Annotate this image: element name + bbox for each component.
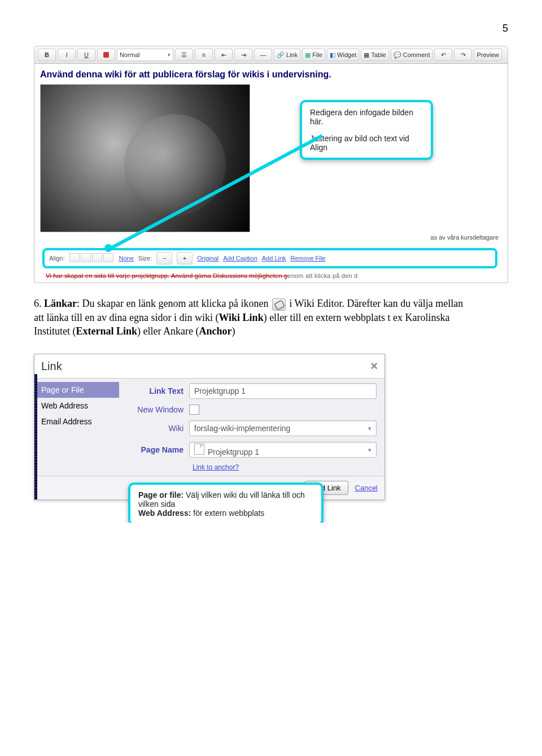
new-window-label: New Window [121,405,183,414]
ordered-list-button[interactable]: ☰ [175,49,193,61]
callout-text: Justering av bild och text vid Align [310,134,423,152]
wiki-label: Wiki [121,424,183,433]
background-text-fragment: Vi har skapat en sida till varje projekt… [40,271,502,283]
page-name-select[interactable]: Projektgrupp 1 [189,442,377,458]
page-name-label: Page Name [121,445,183,454]
align-none[interactable]: None [119,255,134,262]
table-button[interactable]: ▦ Table [361,49,388,61]
inserted-image[interactable] [40,84,250,232]
editor-toolbar: B I U Normal ☰ ≡ ⇤ ⇥ — 🔗 Link ▦ File ◧ W… [34,46,508,64]
add-caption-link[interactable]: Add Caption [223,255,257,262]
new-window-checkbox[interactable] [189,405,199,415]
sidebar-item-email-address[interactable]: Email Address [34,414,119,429]
callout-pointer-dot [104,244,112,252]
undo-button[interactable]: ↶ [434,49,452,61]
link-dialog: Link × Page or File Web Address Email Ad… [34,354,385,500]
underline-button[interactable]: U [77,49,95,61]
file-button[interactable]: ▦ File [302,49,325,61]
add-link-link[interactable]: Add Link [262,255,286,262]
page-icon [194,444,204,455]
dialog-form: Link Text Projektgrupp 1 New Window Wiki… [119,379,384,476]
close-icon[interactable]: × [370,359,378,373]
link-text-label: Link Text [121,386,183,396]
size-decrease-button[interactable]: − [156,252,172,264]
comment-button[interactable]: 💬 Comment [391,49,433,61]
text-color-button[interactable] [97,49,115,61]
widget-icon: ◧ [330,51,335,59]
dialog-sidebar: Page or File Web Address Email Address [34,379,119,476]
callout-text: Redigera den infogade bilden här. [310,108,423,126]
redo-button[interactable]: ↷ [454,49,472,61]
link-text-input[interactable]: Projektgrupp 1 [189,383,377,399]
annotation-callout-dialog: Page or file: Välj vilken wiki du vill l… [128,483,324,523]
link-icon [272,298,286,311]
unordered-list-button[interactable]: ≡ [195,49,213,61]
editor-screenshot: B I U Normal ☰ ≡ ⇤ ⇥ — 🔗 Link ▦ File ◧ W… [34,46,508,283]
background-text-fragment: as av våra kursdeltagare [431,234,499,241]
size-increase-button[interactable]: + [177,252,193,264]
size-label: Size: [138,255,152,262]
hr-button[interactable]: — [254,49,272,61]
decorative-strip [34,374,37,499]
italic-button[interactable]: I [58,49,76,61]
sidebar-item-page-or-file[interactable]: Page or File [34,382,119,398]
remove-file-link[interactable]: Remove File [291,255,326,262]
link-to-anchor-link[interactable]: Link to anchor? [193,463,377,471]
page-number: 5 [34,23,508,34]
dialog-header: Link × [34,354,384,379]
outdent-button[interactable]: ⇤ [215,49,233,61]
align-label: Align: [49,255,65,262]
editor-body: Använd denna wiki för att publicera förs… [34,64,508,283]
preview-button[interactable]: Preview [474,49,501,61]
widget-button[interactable]: ◧ Widget [327,49,359,61]
style-select[interactable]: Normal [117,49,173,61]
align-options[interactable] [69,253,115,263]
dialog-title: Link [41,360,62,373]
file-icon: ▦ [305,51,311,59]
cancel-link[interactable]: Cancel [355,484,378,492]
content-heading: Använd denna wiki för att publicera förs… [40,69,502,80]
sidebar-item-web-address[interactable]: Web Address [34,398,119,414]
size-original[interactable]: Original [197,255,218,262]
wiki-select[interactable]: forslag-wiki-implementering [189,420,377,436]
link-icon: 🔗 [277,51,285,59]
annotation-callout-image: Redigera den infogade bilden här. Juster… [300,100,433,160]
table-icon: ▦ [364,51,369,59]
instruction-paragraph: 6. Länkar: Du skapar en länk genom att k… [34,297,474,338]
image-edit-toolbar: Align: None Size: − + Original Add Capti… [45,250,495,266]
comment-icon: 💬 [394,51,401,59]
bold-button[interactable]: B [38,49,56,61]
indent-button[interactable]: ⇥ [234,49,252,61]
link-button[interactable]: 🔗 Link [274,49,300,61]
